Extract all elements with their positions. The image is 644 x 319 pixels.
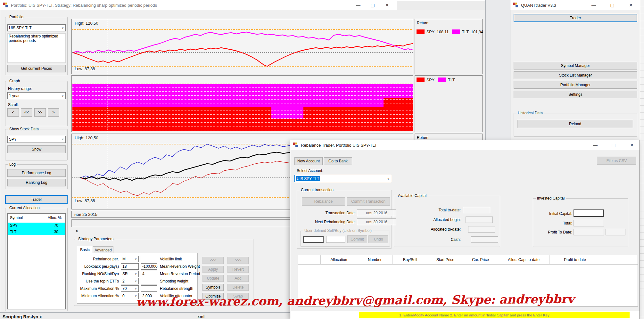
scroll-fast-left-button[interactable]: <<: [21, 108, 32, 117]
minimize-icon[interactable]: —: [589, 0, 599, 10]
revert-button[interactable]: Revert: [227, 266, 249, 273]
user-sell-buy-group: User defined Sell/Buy (click on Symbol) …: [300, 231, 390, 247]
history-range-combobox[interactable]: 1 year ∨: [7, 92, 66, 99]
meanreversion-weight-field[interactable]: -100,000: [141, 263, 157, 270]
scroll-left-button[interactable]: <: [7, 108, 19, 117]
trader-button[interactable]: Trader: [514, 14, 637, 22]
initial-capital-label: Initial Capital:: [536, 211, 572, 216]
transaction-date-label: Transaction Date:: [310, 211, 356, 215]
stock-list-manager-button[interactable]: Stock List Manager: [514, 71, 637, 79]
go-to-bank-button[interactable]: Go to Bank: [324, 157, 352, 165]
collapse-panel-arrow[interactable]: <: [76, 228, 78, 233]
account-combobox[interactable]: UIS SPY-TLT ∨: [294, 175, 391, 182]
background-window-title-fragment: Scripting Roslyn x: [3, 314, 42, 319]
minimize-icon[interactable]: —: [353, 0, 363, 10]
allocation-chart: [71, 75, 413, 132]
rebalance-period-combobox[interactable]: M∨: [121, 256, 139, 262]
volatility-limit-field[interactable]: [141, 256, 157, 262]
param-value: 2: [122, 279, 125, 283]
symbol-input[interactable]: [303, 236, 324, 243]
portfolio-manager-button[interactable]: Portfolio Manager: [514, 81, 637, 89]
next-rebalancing-date-field: ноя 30 2016: [357, 218, 396, 225]
user-sell-buy-label: User defined Sell/Buy (click on Symbol): [303, 228, 373, 233]
delete-button[interactable]: Delete: [227, 284, 249, 291]
invested-capital-group: Invested Capital Initial Capital: Total:…: [533, 198, 628, 247]
rebalance-strength-field[interactable]: [141, 285, 157, 292]
undo-button[interactable]: Undo: [368, 235, 388, 243]
portfolio-group-label: Portfolio: [8, 15, 25, 19]
param-label: Minimum Allocation %: [77, 294, 119, 298]
portfolio-combobox[interactable]: UIS SPY-TLT ∨: [7, 24, 66, 31]
symbols-button[interactable]: Symbols: [202, 284, 224, 291]
allocation-chart-svg: [72, 76, 413, 132]
tab-basic[interactable]: Basic: [77, 246, 93, 253]
stock-symbol-combobox[interactable]: SPY ∨: [7, 136, 66, 143]
titlebar-right-region: [397, 1, 485, 10]
param-desc: Rebalance strength: [160, 286, 193, 291]
amount-input[interactable]: [326, 236, 345, 243]
chevron-down-icon: ∨: [62, 26, 64, 29]
rebalance-button[interactable]: Rebalance: [302, 197, 345, 206]
total-field: [574, 220, 604, 226]
mean-reversion-period-field[interactable]: 4: [141, 271, 157, 277]
trader-button[interactable]: Trader: [5, 195, 68, 204]
legend-value: 108,11: [437, 30, 449, 34]
param-label: Lookback per.(days): [77, 264, 119, 269]
legend-name: SPY: [426, 30, 434, 34]
dialog-titlebar[interactable]: Rebalance Trader, Portfolio UIS SPY-TLT: [290, 140, 640, 150]
show-stock-data-label: Show Stock Data: [8, 127, 40, 131]
commit-button[interactable]: Commit: [347, 235, 367, 243]
column-alloc: Alloc. %: [37, 216, 62, 220]
tab-advanced[interactable]: Advanced: [93, 246, 113, 253]
file-as-csv-button[interactable]: File as CSV: [597, 157, 636, 165]
commit-transaction-button[interactable]: Commit Transaction: [347, 197, 390, 206]
window-controls: — ▢ ✕: [589, 0, 636, 10]
window-title: Portfolio: UIS SPY-TLT, Strategy; Rebala…: [11, 3, 157, 8]
step-back-button[interactable]: <<<: [202, 257, 224, 264]
scroll-fast-right-button[interactable]: >>: [34, 108, 46, 117]
return-label: Return:: [417, 21, 429, 25]
smoothing-weight-field[interactable]: [141, 278, 157, 284]
graph-group-label: Graph: [8, 79, 21, 83]
portfolio-group: Portfolio UIS SPY-TLT ∨ Rebalancing shar…: [5, 17, 68, 75]
minimize-icon[interactable]: —: [590, 140, 600, 150]
lookback-period-field[interactable]: 18: [121, 263, 139, 270]
performance-log-button[interactable]: Performance Log: [7, 169, 66, 177]
close-icon[interactable]: ✕: [626, 0, 636, 10]
allocation-table[interactable]: Symbol Alloc. % SPY 70 TLT 30: [7, 213, 66, 309]
top-n-etfs-combobox[interactable]: 2∨: [121, 278, 139, 284]
close-icon[interactable]: ✕: [627, 140, 637, 150]
param-value: 0: [122, 294, 125, 298]
table-row[interactable]: TLT 30: [8, 229, 65, 235]
chart-low-label: Low: 87,88: [75, 198, 95, 203]
add-button[interactable]: Add: [227, 275, 249, 282]
close-icon[interactable]: ✕: [382, 0, 392, 10]
symbol-manager-button[interactable]: Symbol Manager: [514, 62, 637, 70]
new-account-button[interactable]: New Account: [294, 157, 323, 165]
allocated-to-date-label: Allocated to-date:: [397, 227, 461, 232]
column-divider: [36, 214, 36, 221]
max-allocation-combobox[interactable]: 70∨: [121, 285, 139, 292]
maximize-icon[interactable]: ▢: [368, 0, 377, 10]
step-forward-button[interactable]: >>>: [227, 257, 249, 264]
portfolio-combobox-value: UIS SPY-TLT: [9, 26, 32, 30]
scroll-right-button[interactable]: >: [48, 108, 59, 117]
table-row[interactable]: SPY 70: [8, 223, 65, 229]
reload-button[interactable]: Reload: [517, 120, 633, 128]
settings-button[interactable]: Settings: [514, 91, 637, 98]
ranking-combobox[interactable]: SR∨: [121, 271, 139, 277]
historical-data-group: Historical Data Reload: [514, 113, 637, 137]
apply-button[interactable]: Apply: [202, 266, 224, 273]
maximize-icon[interactable]: ▢: [609, 140, 618, 150]
graph-group: Graph History range: 1 year ∨ Scroll: < …: [5, 81, 68, 126]
show-button[interactable]: Show: [7, 145, 66, 153]
positions-table-header: Allocation Number Buy/Sell Start Price C…: [298, 255, 638, 265]
update-button[interactable]: Update: [202, 275, 224, 282]
current-transaction-label: Current transaction: [300, 188, 335, 192]
show-stock-data-group: Show Stock Data SPY ∨ Show: [5, 129, 68, 160]
ranking-log-button[interactable]: Ranking Log: [7, 179, 66, 186]
initial-capital-input[interactable]: [574, 209, 604, 217]
available-capital-group: Available Capital Total to-date: Allocat…: [394, 196, 500, 247]
get-current-prices-button[interactable]: Get current Prices: [7, 65, 66, 72]
maximize-icon[interactable]: ▢: [607, 0, 617, 10]
